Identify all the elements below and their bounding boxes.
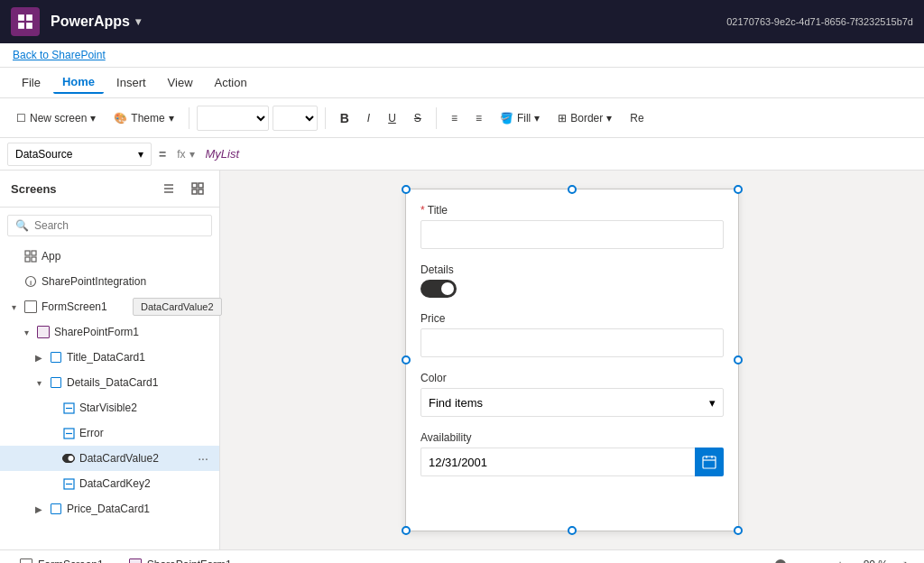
title-datacard1-label: Title_DataCard1 — [67, 351, 212, 364]
datacardvalue2-more-button[interactable]: ··· — [194, 449, 212, 467]
formula-input[interactable] — [206, 143, 917, 166]
details-datacard1-chevron-icon: ▾ — [32, 376, 45, 389]
align-center-button[interactable]: ≡ — [468, 108, 489, 128]
svg-rect-25 — [703, 457, 716, 468]
zoom-plus-button[interactable]: + — [830, 555, 850, 564]
form-title-group: Title — [420, 204, 724, 249]
color-placeholder: Find items — [429, 396, 483, 410]
search-input[interactable] — [34, 219, 204, 232]
datacardvalue2-label: DataCardValue2 — [79, 452, 190, 465]
sidebar-item-sharepointintegration[interactable]: i SharePointIntegration — [0, 269, 219, 294]
svg-rect-3 — [26, 23, 32, 29]
form-canvas: Title Details Price Color Find items — [405, 189, 739, 531]
bold-button[interactable]: B — [333, 107, 356, 129]
toolbar-separator-2 — [325, 107, 326, 129]
menu-view[interactable]: View — [159, 72, 202, 93]
border-button[interactable]: ⊞ Border ▾ — [550, 108, 619, 128]
selection-handle-br[interactable] — [734, 526, 743, 535]
app-chevron-icon — [7, 250, 20, 263]
calendar-button[interactable] — [695, 448, 724, 476]
formscreen1-icon — [23, 300, 38, 314]
menu-home[interactable]: Home — [53, 71, 104, 94]
fill-icon: 🪣 — [500, 112, 513, 125]
selection-handle-tr[interactable] — [734, 185, 743, 194]
theme-chevron-icon[interactable]: ▾ — [169, 112, 174, 125]
details-toggle[interactable] — [420, 280, 457, 298]
zoom-expand-button[interactable]: ⤢ — [893, 555, 913, 564]
title-input[interactable] — [420, 220, 724, 249]
new-screen-button[interactable]: ☐ New screen ▾ — [9, 108, 103, 128]
app-title-chevron-icon[interactable]: ▾ — [135, 15, 141, 28]
strikethrough-button[interactable]: S — [407, 108, 429, 128]
underline-button[interactable]: U — [381, 108, 403, 128]
sidebar-list-view-button[interactable] — [158, 178, 180, 199]
datacardvalue2-icon — [61, 451, 76, 466]
sidebar-item-error[interactable]: Error — [0, 420, 219, 446]
formscreen1-tab-icon — [20, 558, 32, 564]
selection-handle-tl[interactable] — [402, 185, 411, 194]
property-chevron-icon: ▾ — [138, 148, 143, 161]
sidebar-item-app[interactable]: App — [0, 244, 219, 269]
zoom-controls: − + 80 % ⤢ — [727, 555, 913, 564]
color-dropdown[interactable]: Find items ▾ — [420, 388, 724, 417]
spintegration-label: SharePointIntegration — [42, 275, 212, 288]
app-grid-icon[interactable] — [11, 7, 40, 36]
theme-label: Theme — [131, 112, 164, 125]
selection-handle-bl[interactable] — [402, 526, 411, 535]
title-datacard1-chevron-icon: ▶ — [32, 351, 45, 364]
sidebar-grid-view-button[interactable] — [187, 178, 208, 199]
fill-button[interactable]: 🪣 Fill ▾ — [493, 108, 547, 128]
back-to-sharepoint-link[interactable]: Back to SharePoint — [0, 43, 924, 68]
price-input[interactable] — [420, 328, 724, 357]
formula-equals: = — [159, 147, 166, 162]
new-screen-chevron-icon[interactable]: ▾ — [90, 112, 96, 125]
italic-button[interactable]: I — [360, 108, 377, 128]
sidebar-item-price-datacard1[interactable]: ▶ Price_DataCard1 — [0, 496, 219, 521]
fill-chevron-icon[interactable]: ▾ — [534, 112, 540, 125]
sidebar-item-datacardvalue2[interactable]: DataCardValue2 ··· — [0, 446, 219, 471]
selection-handle-ml[interactable] — [402, 355, 411, 365]
align-left-button[interactable]: ≡ — [444, 108, 465, 128]
form-details-group: Details — [420, 263, 724, 298]
border-chevron-icon[interactable]: ▾ — [606, 112, 612, 125]
selection-handle-mr[interactable] — [734, 355, 743, 365]
border-icon: ⊞ — [558, 112, 567, 125]
datacardkey2-chevron-icon — [45, 477, 58, 490]
spform1-icon — [36, 325, 51, 339]
color-field-label: Color — [420, 372, 724, 384]
sidebar-item-details-datacard1[interactable]: ▾ Details_DataCard1 — [0, 370, 219, 395]
menu-insert[interactable]: Insert — [107, 72, 155, 93]
sidebar-item-datacardkey2[interactable]: DataCardKey2 — [0, 471, 219, 496]
sidebar-item-starvisible2[interactable]: StarVisible2 — [0, 395, 219, 420]
font-family-select[interactable] — [197, 106, 269, 131]
theme-button[interactable]: 🎨 Theme ▾ — [106, 108, 180, 128]
date-input[interactable] — [420, 448, 695, 476]
price-datacard1-chevron-icon: ▶ — [32, 503, 45, 515]
property-selector[interactable]: DataSource ▾ — [7, 143, 152, 166]
selection-handle-tc[interactable] — [568, 185, 577, 194]
font-size-select[interactable] — [273, 106, 318, 131]
formula-fx-button[interactable]: fx ▾ — [173, 148, 198, 161]
date-wrapper — [420, 448, 724, 476]
selection-handle-bc[interactable] — [568, 526, 577, 535]
status-tab-sharepointform1[interactable]: SharePointForm1 — [120, 555, 241, 564]
sidebar-item-title-datacard1[interactable]: ▶ Title_DataCard1 — [0, 345, 219, 370]
menu-action[interactable]: Action — [206, 72, 256, 93]
status-tab-formscreen1[interactable]: FormScreen1 — [11, 555, 113, 564]
spintegration-chevron-icon — [7, 275, 20, 288]
svg-text:i: i — [30, 279, 32, 287]
toggle-knob — [441, 282, 454, 295]
menu-file[interactable]: File — [13, 72, 50, 93]
svg-rect-7 — [192, 183, 197, 188]
zoom-minus-button[interactable]: − — [727, 555, 747, 564]
datacardkey2-icon — [61, 476, 76, 491]
svg-rect-2 — [18, 23, 24, 29]
canvas-area[interactable]: Title Details Price Color Find items — [220, 171, 924, 549]
re-button[interactable]: Re — [623, 108, 651, 128]
session-id: 02170763-9e2c-4d71-8656-7f3232515b7d — [726, 16, 913, 27]
sidebar-item-sharepointform1[interactable]: ▾ SharePointForm1 — [0, 319, 219, 345]
datacardvalue2-chevron-icon — [45, 452, 58, 465]
svg-rect-10 — [199, 189, 203, 194]
svg-rect-13 — [25, 257, 30, 262]
fx-label: fx — [177, 148, 185, 161]
